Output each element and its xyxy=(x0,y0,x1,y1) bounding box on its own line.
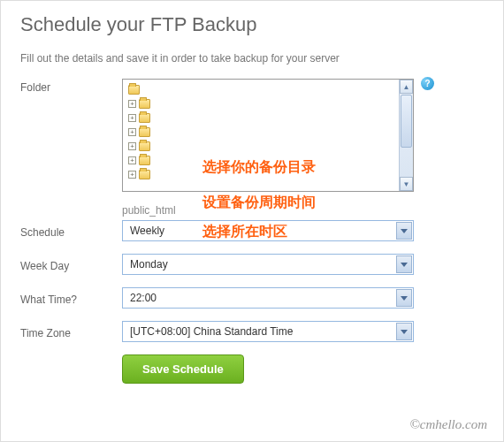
folder-icon xyxy=(139,113,150,123)
scroll-up-button[interactable]: ▲ xyxy=(400,80,413,94)
help-icon[interactable]: ? xyxy=(421,77,434,90)
scroll-thumb[interactable] xyxy=(401,95,412,148)
expand-icon[interactable]: + xyxy=(128,114,136,122)
folder-path-text: public_html xyxy=(122,204,484,217)
expand-icon[interactable]: + xyxy=(128,142,136,150)
schedule-label: Schedule xyxy=(20,224,122,239)
expand-icon[interactable]: + xyxy=(128,156,136,164)
expand-icon[interactable]: + xyxy=(128,128,136,136)
schedule-value: Weekly xyxy=(123,225,172,237)
chevron-down-icon[interactable] xyxy=(396,289,412,307)
chevron-down-icon[interactable] xyxy=(396,255,412,273)
folder-tree[interactable]: + + + + + + xyxy=(123,80,399,191)
chevron-down-icon[interactable] xyxy=(396,222,412,240)
weekday-value: Monday xyxy=(123,258,175,271)
expand-icon[interactable]: + xyxy=(128,171,136,179)
tree-item[interactable]: + xyxy=(128,168,393,181)
whattime-select[interactable]: 22:00 xyxy=(122,287,414,309)
tree-item[interactable]: + xyxy=(128,126,393,139)
timezone-select[interactable]: [UTC+08:00] China Standard Time xyxy=(122,321,414,342)
save-schedule-button[interactable]: Save Schedule xyxy=(122,354,244,384)
timezone-value: [UTC+08:00] China Standard Time xyxy=(123,325,300,338)
folder-icon xyxy=(128,85,140,95)
folder-label: Folder xyxy=(20,79,122,94)
scroll-down-button[interactable]: ▼ xyxy=(400,177,413,191)
weekday-label: Week Day xyxy=(20,257,122,272)
folder-icon xyxy=(139,127,150,137)
page-title: Schedule your FTP Backup xyxy=(20,13,484,36)
tree-item[interactable]: + xyxy=(128,97,393,110)
tree-item[interactable]: + xyxy=(128,140,393,153)
schedule-select[interactable]: Weekly xyxy=(122,220,414,241)
folder-icon xyxy=(139,156,150,165)
folder-icon xyxy=(139,99,150,109)
tree-item[interactable] xyxy=(128,83,393,96)
scrollbar-vertical[interactable]: ▲ ▼ xyxy=(399,80,413,191)
scroll-track[interactable] xyxy=(400,149,413,177)
watermark-text: ©cmhello.com xyxy=(409,417,487,432)
folder-tree-box[interactable]: + + + + + + ▲ ▼ xyxy=(122,79,414,192)
folder-icon xyxy=(139,141,150,151)
tree-item[interactable]: + xyxy=(128,154,393,167)
timezone-label: Time Zone xyxy=(20,324,122,339)
page-subtitle: Fill out the details and save it in orde… xyxy=(20,52,484,65)
whattime-value: 22:00 xyxy=(123,292,164,304)
chevron-down-icon[interactable] xyxy=(396,323,412,340)
weekday-select[interactable]: Monday xyxy=(122,254,414,275)
folder-icon xyxy=(139,170,150,179)
tree-item[interactable]: + xyxy=(128,111,393,125)
whattime-label: What Time? xyxy=(20,291,122,306)
expand-icon[interactable]: + xyxy=(128,100,136,108)
